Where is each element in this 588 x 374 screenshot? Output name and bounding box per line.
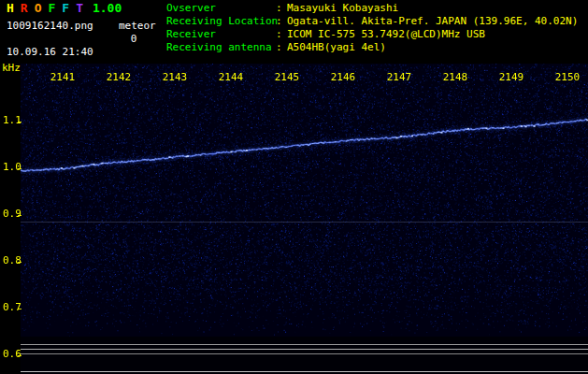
time-tick-label: 2141 bbox=[50, 72, 76, 83]
logo-letter-o: O bbox=[35, 2, 42, 14]
observer-info-block: Ovserver:Masayuki Kobayashi Receiving Lo… bbox=[166, 2, 587, 54]
app-logo-letters: HROFFT bbox=[7, 2, 90, 14]
app-version: 1.00 bbox=[93, 2, 122, 14]
info-label: Ovserver bbox=[166, 2, 276, 15]
freq-tick-label: 1.0 bbox=[3, 162, 22, 173]
info-row-receiver: Receiver:ICOM IC-575 53.7492(@LCD)MHz US… bbox=[166, 28, 587, 41]
info-row-observer: Ovserver:Masayuki Kobayashi bbox=[166, 2, 587, 15]
time-tick-label: 2147 bbox=[386, 72, 412, 83]
hrofft-screen: HROFFT 1.00 1009162140.png meteor 0 10.0… bbox=[0, 0, 588, 374]
time-tick-label: 2144 bbox=[218, 72, 244, 83]
time-tick-label: 2148 bbox=[442, 72, 468, 83]
info-separator: : bbox=[276, 41, 285, 54]
time-tick-label: 2143 bbox=[162, 72, 188, 83]
time-tick-label: 2145 bbox=[274, 72, 300, 83]
logo-letter-f: F bbox=[62, 2, 69, 14]
logo-letter-r: R bbox=[21, 2, 28, 14]
freq-tick-label: 0.8 bbox=[3, 255, 22, 266]
logo-letter-t: T bbox=[76, 2, 83, 14]
time-tick-label: 2142 bbox=[106, 72, 132, 83]
info-value: ICOM IC-575 53.7492(@LCD)MHz USB bbox=[285, 28, 485, 41]
info-label: Receiving Location bbox=[166, 15, 276, 28]
datetime-label: 10.09.16 21:40 bbox=[7, 47, 93, 58]
y-tick-mark bbox=[18, 168, 22, 169]
mode-label: meteor bbox=[119, 21, 156, 32]
info-row-antenna: Receiving antenna:A504HB(yagi 4el) bbox=[166, 41, 587, 54]
time-tick-label: 2146 bbox=[330, 72, 356, 83]
spectrogram-canvas bbox=[21, 64, 588, 374]
info-value: A504HB(yagi 4el) bbox=[285, 41, 386, 54]
info-value: Ogata-vill. Akita-Pref. JAPAN (139.96E, … bbox=[285, 15, 578, 28]
y-axis-unit-label: kHz bbox=[2, 63, 21, 74]
info-separator: : bbox=[276, 2, 285, 15]
meteor-count: 0 bbox=[126, 34, 141, 45]
info-label: Receiving antenna bbox=[166, 41, 276, 54]
y-tick-mark bbox=[18, 122, 22, 122]
freq-tick-label: 0.7 bbox=[3, 302, 22, 313]
y-tick-mark bbox=[18, 355, 22, 356]
freq-tick-label: 0.6 bbox=[3, 349, 22, 360]
y-tick-mark bbox=[18, 262, 22, 263]
y-tick-mark bbox=[18, 215, 22, 216]
time-tick-label: 2150 bbox=[554, 72, 581, 83]
logo-letter-h: H bbox=[7, 2, 14, 14]
logo-letter-f: F bbox=[48, 2, 55, 14]
output-filename: 1009162140.png bbox=[7, 21, 93, 32]
info-row-location: Receiving Location:Ogata-vill. Akita-Pre… bbox=[166, 15, 587, 28]
info-separator: : bbox=[276, 15, 285, 28]
freq-tick-label: 1.1 bbox=[3, 115, 22, 126]
info-label: Receiver bbox=[166, 28, 276, 41]
freq-tick-label: 0.9 bbox=[3, 209, 22, 220]
app-logo: HROFFT 1.00 bbox=[7, 2, 122, 14]
y-tick-mark bbox=[18, 309, 22, 309]
info-value: Masayuki Kobayashi bbox=[285, 2, 398, 15]
time-tick-label: 2149 bbox=[498, 72, 524, 83]
info-separator: : bbox=[276, 28, 285, 41]
